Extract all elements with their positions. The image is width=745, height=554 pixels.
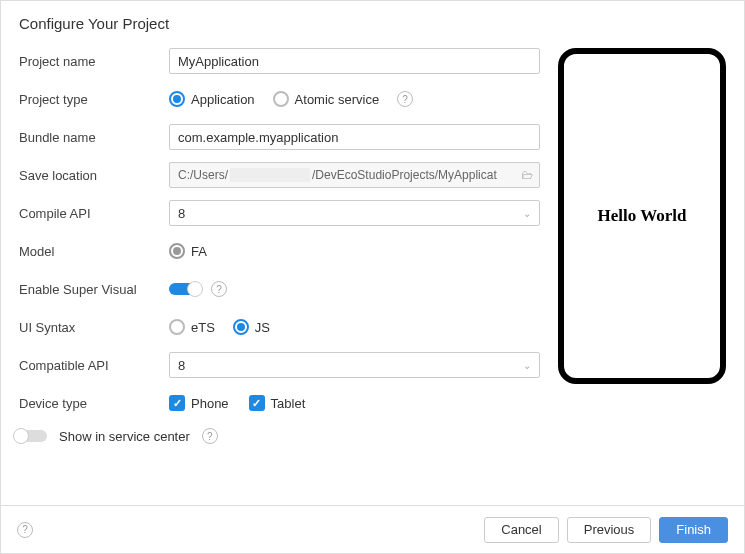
radio-selected-icon — [169, 91, 185, 107]
compatible-api-label: Compatible API — [19, 358, 169, 373]
help-icon[interactable]: ? — [202, 428, 218, 444]
help-icon[interactable]: ? — [211, 281, 227, 297]
project-name-label: Project name — [19, 54, 169, 69]
compile-api-label: Compile API — [19, 206, 169, 221]
checkbox-checked-icon: ✓ — [249, 395, 265, 411]
radio-unselected-icon — [273, 91, 289, 107]
show-in-service-center-toggle[interactable] — [15, 430, 47, 442]
help-icon[interactable]: ? — [17, 522, 33, 538]
ui-syntax-js-radio[interactable]: JS — [233, 319, 270, 335]
page-title: Configure Your Project — [19, 15, 726, 32]
save-location-input[interactable]: C:/Users/ /DevEcoStudioProjects/MyApplic… — [169, 162, 540, 188]
finish-button[interactable]: Finish — [659, 517, 728, 543]
model-fa-radio[interactable]: FA — [169, 243, 207, 259]
preview-text: Hello World — [598, 206, 687, 226]
bundle-name-label: Bundle name — [19, 130, 169, 145]
help-icon[interactable]: ? — [397, 91, 413, 107]
enable-super-visual-toggle[interactable] — [169, 283, 201, 295]
radio-selected-grey-icon — [169, 243, 185, 259]
cancel-button[interactable]: Cancel — [484, 517, 558, 543]
radio-selected-icon — [233, 319, 249, 335]
project-type-label: Project type — [19, 92, 169, 107]
bundle-name-input[interactable]: com.example.myapplication — [169, 124, 540, 150]
project-type-atomic-service-radio[interactable]: Atomic service — [273, 91, 380, 107]
previous-button[interactable]: Previous — [567, 517, 652, 543]
redacted-segment — [230, 168, 310, 182]
model-label: Model — [19, 244, 169, 259]
chevron-down-icon: ⌄ — [523, 360, 531, 371]
compatible-api-select[interactable]: 8 ⌄ — [169, 352, 540, 378]
show-in-service-center-label: Show in service center — [59, 429, 190, 444]
project-type-application-radio[interactable]: Application — [169, 91, 255, 107]
save-location-label: Save location — [19, 168, 169, 183]
project-name-input[interactable]: MyApplication — [169, 48, 540, 74]
ui-syntax-ets-radio[interactable]: eTS — [169, 319, 215, 335]
device-type-label: Device type — [19, 396, 169, 411]
enable-super-visual-label: Enable Super Visual — [19, 282, 169, 297]
compile-api-select[interactable]: 8 ⌄ — [169, 200, 540, 226]
chevron-down-icon: ⌄ — [523, 208, 531, 219]
folder-icon[interactable]: 🗁 — [521, 168, 533, 182]
ui-syntax-label: UI Syntax — [19, 320, 169, 335]
device-type-phone-checkbox[interactable]: ✓ Phone — [169, 395, 229, 411]
radio-unselected-icon — [169, 319, 185, 335]
device-preview: Hello World — [558, 48, 726, 384]
device-type-tablet-checkbox[interactable]: ✓ Tablet — [249, 395, 306, 411]
checkbox-checked-icon: ✓ — [169, 395, 185, 411]
